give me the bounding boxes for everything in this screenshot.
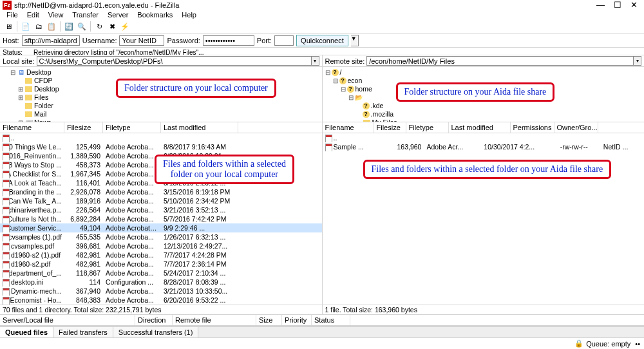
menu-server[interactable]: Server	[104, 10, 132, 19]
toolbar: 🖥 📄 🗂 📋 🔄 🔍 ↻ ✖ ⚡	[0, 20, 644, 33]
file-row[interactable]: d1960-s2 (1).pdf482,981Adobe Acroba...7/…	[0, 250, 322, 259]
queue-col-header[interactable]: Remote file	[173, 315, 256, 325]
local-file-list[interactable]: FilenameFilesizeFiletypeLast modified ..…	[0, 122, 322, 305]
file-row[interactable]: Dynamic-mech...367,940Adobe Acroba...3/2…	[0, 287, 322, 296]
disconnect-button[interactable]: ⚡	[119, 21, 131, 32]
tab-queued-files[interactable]: Queued files	[0, 327, 53, 337]
file-icon	[3, 270, 8, 277]
file-icon	[3, 189, 8, 196]
file-icon	[3, 243, 10, 250]
toggle-tree-button[interactable]: 🗂	[33, 21, 44, 32]
remote-path-input[interactable]	[366, 56, 634, 66]
remote-path-dropdown[interactable]: ▾	[634, 56, 641, 66]
pass-label: Password:	[167, 37, 200, 44]
queue-tabs: Queued filesFailed transfersSuccessful t…	[0, 326, 644, 337]
remote-folder-tree[interactable]: Folder structure on your Aida file share…	[323, 67, 645, 122]
col-header[interactable]: Last modified	[161, 122, 238, 133]
host-input[interactable]	[22, 35, 80, 46]
file-row[interactable]: ..	[323, 133, 645, 142]
tab-successful-transfers-[interactable]: Successful transfers (1)	[113, 327, 199, 337]
remote-pane: Remote site: ▾ Folder structure on your …	[323, 55, 645, 314]
quickconnect-bar: Host: Username: Password: Port: Quickcon…	[0, 33, 644, 48]
queue-status-label: Queue: empty	[586, 340, 630, 348]
queue-col-header[interactable]: Size	[256, 315, 282, 325]
tree-node[interactable]: ⊟🖥Desktop	[3, 68, 319, 77]
lock-icon: 🔒	[574, 339, 583, 348]
reconnect-button[interactable]: ↻	[93, 21, 105, 32]
menu-help[interactable]: Help	[178, 10, 200, 19]
minimize-button[interactable]: —	[596, 0, 605, 10]
col-header[interactable]: Filesize	[374, 122, 406, 133]
local-folder-tree[interactable]: Folder structure on your local computer …	[0, 67, 322, 122]
password-input[interactable]	[203, 35, 254, 46]
queue-col-header[interactable]: Direction	[135, 315, 173, 325]
file-row[interactable]: department_of_...118,867Adobe Acroba...5…	[0, 269, 322, 278]
tab-failed-transfers[interactable]: Failed transfers	[53, 327, 113, 337]
tree-node[interactable]: ⊟?/	[325, 68, 642, 77]
callout-local-files: Files and folders within a selectedfolde…	[155, 155, 294, 184]
menu-file[interactable]: File	[3, 10, 22, 19]
menu-edit[interactable]: Edit	[23, 10, 43, 19]
file-icon	[3, 234, 7, 241]
toggle-queue-button[interactable]: 📋	[46, 21, 57, 32]
close-button[interactable]: ✕	[630, 0, 638, 10]
col-header[interactable]: Filetype	[406, 122, 449, 133]
file-icon	[3, 153, 4, 160]
menu-transfer[interactable]: Transfer	[68, 10, 102, 19]
port-label: Port:	[257, 37, 272, 44]
port-input[interactable]	[274, 35, 294, 46]
file-icon	[3, 135, 10, 142]
message-log: Status:Retrieving directory listing of "…	[0, 48, 644, 55]
maximize-button[interactable]: ☐	[614, 0, 621, 10]
sync-browse-button[interactable]: 🔄	[63, 21, 75, 32]
compare-button[interactable]: 🔍	[76, 21, 88, 32]
file-icon	[3, 162, 8, 169]
file-icon	[3, 279, 10, 286]
file-row[interactable]: cvsamples (1).pdf455,535Adobe Acroba...1…	[0, 232, 322, 241]
file-icon	[325, 135, 332, 142]
quickconnect-button[interactable]: Quickconnect	[296, 35, 348, 46]
username-input[interactable]	[119, 35, 164, 46]
menu-view[interactable]: View	[44, 10, 68, 19]
col-header[interactable]: Filesize	[64, 122, 103, 133]
col-header[interactable]: Permissions	[511, 122, 554, 133]
tree-node[interactable]: ?.kde	[325, 102, 642, 110]
file-icon	[3, 225, 5, 232]
queue-col-header[interactable]: Priority	[282, 315, 312, 325]
toggle-log-button[interactable]: 📄	[20, 21, 32, 32]
local-status: 70 files and 1 directory. Total size: 23…	[0, 305, 322, 314]
file-row[interactable]: 10 Things We Le...125,499Adobe Acroba...…	[0, 142, 322, 151]
file-row[interactable]: cvsamples.pdf396,681Adobe Acroba...12/13…	[0, 241, 322, 250]
cancel-button[interactable]: ✖	[106, 21, 118, 32]
file-row[interactable]: Sample ...163,960Adobe Acr...10/30/2017 …	[323, 142, 645, 151]
tree-node[interactable]: ?.mozilla	[325, 110, 642, 118]
file-icon	[3, 288, 10, 295]
local-path-input[interactable]	[37, 56, 312, 66]
sitemanager-button[interactable]: 🖥	[3, 21, 14, 32]
user-label: Username:	[82, 37, 117, 44]
file-icon	[325, 144, 332, 151]
col-header[interactable]: Filename	[0, 122, 64, 133]
col-header[interactable]: Filename	[323, 122, 374, 133]
file-row[interactable]: desktop.ini114Configuration ...8/28/2017…	[0, 278, 322, 287]
file-row[interactable]: ..	[0, 133, 322, 142]
file-row[interactable]: Economist - Ho...848,383Adobe Acroba...6…	[0, 296, 322, 305]
col-header[interactable]: Filetype	[103, 122, 161, 133]
file-row[interactable]: Customer Servic...49,104Adobe Acrobat Do…	[0, 223, 322, 232]
col-header[interactable]: Owner/Gro...	[554, 122, 598, 133]
local-path-dropdown[interactable]: ▾	[312, 56, 319, 66]
file-row[interactable]: Branding in the ...2,926,078Adobe Acroba…	[0, 187, 322, 196]
app-icon: Fz	[3, 1, 12, 10]
file-row[interactable]: Can We Talk_ A...189,916Adobe Acroba...5…	[0, 196, 322, 205]
menu-bookmarks[interactable]: Bookmarks	[133, 10, 176, 19]
queue-col-header[interactable]: Status	[312, 315, 350, 325]
file-row[interactable]: chinariverthea.p...226,564Adobe Acroba..…	[0, 205, 322, 214]
col-header[interactable]: Last modified	[449, 122, 511, 133]
file-row[interactable]: Culture Is Not th...6,892,284Adobe Acrob…	[0, 214, 322, 223]
file-row[interactable]: d1960-s2.pdf482,981Adobe Acroba...7/7/20…	[0, 259, 322, 269]
tree-node[interactable]: Mail	[3, 110, 319, 118]
queue-col-header[interactable]: Server/Local file	[0, 315, 135, 325]
remote-file-list[interactable]: FilenameFilesizeFiletypeLast modifiedPer…	[323, 122, 645, 305]
tree-node[interactable]: Folder	[3, 102, 319, 110]
quickconnect-dropdown[interactable]: ▼	[351, 35, 359, 46]
